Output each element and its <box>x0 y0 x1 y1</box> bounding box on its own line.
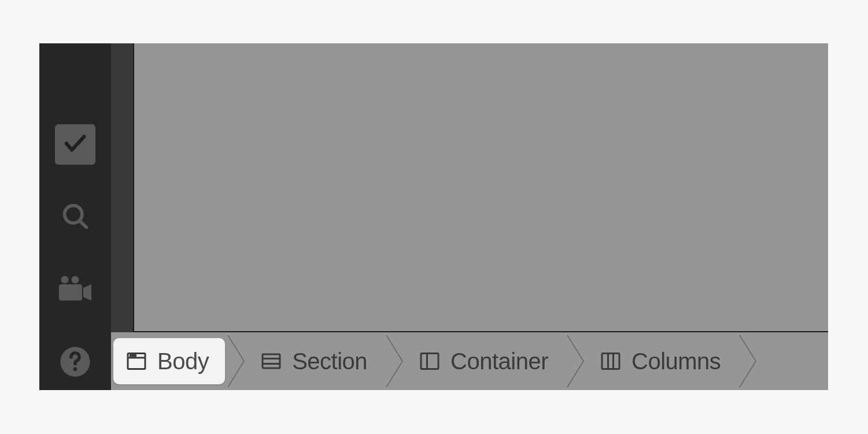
sidebar <box>39 43 111 390</box>
body-icon <box>126 351 147 372</box>
svg-marker-5 <box>83 284 91 301</box>
breadcrumb-separator <box>737 332 760 390</box>
breadcrumb-columns[interactable]: Columns <box>588 338 737 384</box>
section-icon <box>261 351 282 372</box>
svg-point-10 <box>130 355 131 356</box>
help-button[interactable] <box>55 343 95 383</box>
svg-point-7 <box>73 368 77 372</box>
breadcrumb-label: Columns <box>631 348 721 374</box>
breadcrumb-separator <box>383 332 407 390</box>
svg-point-11 <box>132 355 134 356</box>
breadcrumb-body[interactable]: Body <box>113 338 225 384</box>
search-icon <box>60 201 90 233</box>
breadcrumb-label: Body <box>157 348 209 374</box>
canvas-gutter <box>111 43 133 332</box>
audit-button[interactable] <box>55 124 95 165</box>
check-icon <box>62 130 88 159</box>
container-icon <box>419 351 440 372</box>
breadcrumb-section[interactable]: Section <box>248 338 383 384</box>
breadcrumb-separator <box>225 332 248 390</box>
search-button[interactable] <box>55 197 95 238</box>
video-camera-icon <box>58 275 93 305</box>
help-icon <box>59 346 91 380</box>
svg-rect-4 <box>59 284 82 301</box>
canvas-wrap: Body Section Container <box>111 43 828 390</box>
breadcrumb-label: Container <box>450 348 548 374</box>
breadcrumb-label: Section <box>292 348 367 374</box>
app-frame: Body Section Container <box>39 43 828 390</box>
breadcrumb-bar: Body Section Container <box>111 332 828 390</box>
svg-rect-18 <box>602 354 619 369</box>
video-button[interactable] <box>55 270 95 310</box>
svg-line-1 <box>80 221 87 228</box>
columns-icon <box>600 351 621 372</box>
svg-point-12 <box>135 355 136 356</box>
breadcrumb-separator <box>564 332 588 390</box>
canvas-area[interactable] <box>133 43 828 332</box>
svg-point-3 <box>72 276 79 284</box>
svg-rect-16 <box>421 354 438 369</box>
svg-point-2 <box>61 276 69 284</box>
svg-rect-13 <box>263 354 280 368</box>
breadcrumb-container[interactable]: Container <box>407 338 564 384</box>
